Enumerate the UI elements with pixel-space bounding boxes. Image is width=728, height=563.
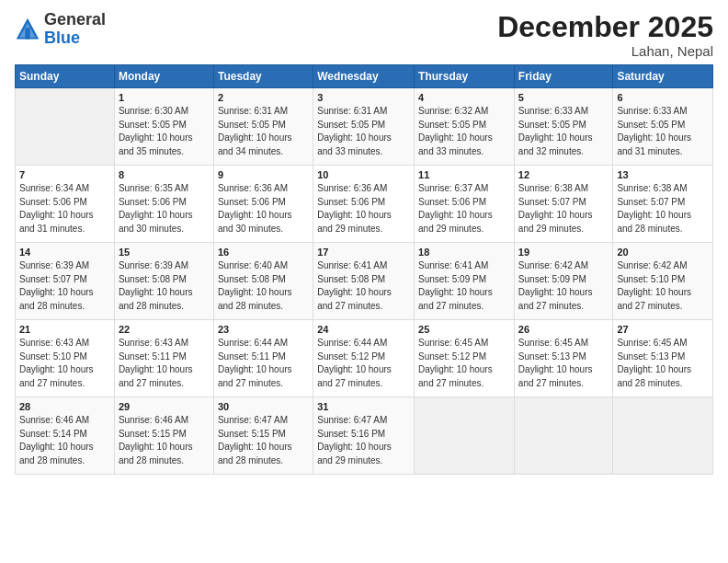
day-info: Sunrise: 6:38 AM Sunset: 5:07 PM Dayligh…: [617, 182, 709, 236]
day-info: Sunrise: 6:47 AM Sunset: 5:15 PM Dayligh…: [218, 414, 309, 467]
day-number: 7: [19, 169, 110, 180]
table-cell: 1Sunrise: 6:30 AM Sunset: 5:05 PM Daylig…: [114, 88, 213, 166]
day-info: Sunrise: 6:39 AM Sunset: 5:07 PM Dayligh…: [19, 259, 110, 313]
day-info: Sunrise: 6:45 AM Sunset: 5:13 PM Dayligh…: [518, 337, 609, 390]
day-number: 20: [617, 247, 709, 258]
day-number: 21: [19, 324, 110, 335]
day-info: Sunrise: 6:47 AM Sunset: 5:16 PM Dayligh…: [317, 414, 410, 467]
day-info: Sunrise: 6:38 AM Sunset: 5:07 PM Dayligh…: [518, 182, 609, 236]
day-number: 14: [19, 247, 110, 258]
day-number: 5: [518, 92, 609, 103]
table-cell: [514, 397, 613, 475]
table-cell: 28Sunrise: 6:46 AM Sunset: 5:14 PM Dayli…: [16, 397, 115, 475]
day-number: 17: [317, 247, 410, 258]
table-cell: 29Sunrise: 6:46 AM Sunset: 5:15 PM Dayli…: [114, 397, 213, 475]
day-number: 25: [418, 324, 510, 335]
day-number: 22: [119, 324, 210, 335]
table-cell: 30Sunrise: 6:47 AM Sunset: 5:15 PM Dayli…: [213, 397, 313, 475]
table-cell: [16, 88, 115, 166]
calendar-table: Sunday Monday Tuesday Wednesday Thursday…: [15, 64, 713, 475]
table-cell: 19Sunrise: 6:42 AM Sunset: 5:09 PM Dayli…: [514, 243, 613, 320]
table-cell: 3Sunrise: 6:31 AM Sunset: 5:05 PM Daylig…: [313, 88, 415, 166]
col-sunday: Sunday: [16, 65, 115, 88]
table-cell: 9Sunrise: 6:36 AM Sunset: 5:06 PM Daylig…: [213, 166, 313, 243]
calendar-header-row: Sunday Monday Tuesday Wednesday Thursday…: [16, 65, 713, 88]
day-number: 31: [317, 401, 410, 412]
title-block: December 2025 Lahan, Nepal: [497, 11, 713, 59]
day-number: 24: [317, 324, 410, 335]
col-saturday: Saturday: [613, 65, 713, 88]
day-info: Sunrise: 6:41 AM Sunset: 5:09 PM Dayligh…: [418, 259, 510, 313]
col-wednesday: Wednesday: [313, 65, 415, 88]
day-number: 18: [418, 247, 510, 258]
day-number: 19: [518, 247, 609, 258]
day-number: 15: [119, 247, 210, 258]
table-cell: 7Sunrise: 6:34 AM Sunset: 5:06 PM Daylig…: [16, 166, 115, 243]
day-info: Sunrise: 6:36 AM Sunset: 5:06 PM Dayligh…: [218, 182, 309, 236]
day-info: Sunrise: 6:44 AM Sunset: 5:12 PM Dayligh…: [317, 337, 410, 390]
table-cell: 20Sunrise: 6:42 AM Sunset: 5:10 PM Dayli…: [613, 243, 713, 320]
day-info: Sunrise: 6:39 AM Sunset: 5:08 PM Dayligh…: [119, 259, 210, 313]
day-number: 16: [218, 247, 309, 258]
day-info: Sunrise: 6:46 AM Sunset: 5:15 PM Dayligh…: [119, 414, 210, 467]
table-cell: 13Sunrise: 6:38 AM Sunset: 5:07 PM Dayli…: [613, 166, 713, 243]
table-cell: 16Sunrise: 6:40 AM Sunset: 5:08 PM Dayli…: [213, 243, 313, 320]
day-info: Sunrise: 6:35 AM Sunset: 5:06 PM Dayligh…: [119, 182, 210, 236]
calendar-week-3: 14Sunrise: 6:39 AM Sunset: 5:07 PM Dayli…: [16, 243, 713, 320]
day-number: 10: [317, 169, 410, 180]
calendar-week-4: 21Sunrise: 6:43 AM Sunset: 5:10 PM Dayli…: [16, 320, 713, 397]
day-info: Sunrise: 6:36 AM Sunset: 5:06 PM Dayligh…: [317, 182, 410, 236]
table-cell: 15Sunrise: 6:39 AM Sunset: 5:08 PM Dayli…: [114, 243, 213, 320]
day-info: Sunrise: 6:42 AM Sunset: 5:10 PM Dayligh…: [617, 259, 709, 313]
day-number: 6: [617, 92, 709, 103]
logo-general: General: [44, 10, 106, 29]
table-cell: 11Sunrise: 6:37 AM Sunset: 5:06 PM Dayli…: [415, 166, 515, 243]
day-number: 9: [218, 169, 309, 180]
table-cell: 12Sunrise: 6:38 AM Sunset: 5:07 PM Dayli…: [514, 166, 613, 243]
table-cell: 6Sunrise: 6:33 AM Sunset: 5:05 PM Daylig…: [613, 88, 713, 166]
day-number: 1: [119, 92, 210, 103]
table-cell: 23Sunrise: 6:44 AM Sunset: 5:11 PM Dayli…: [213, 320, 313, 397]
col-friday: Friday: [514, 65, 613, 88]
table-cell: 18Sunrise: 6:41 AM Sunset: 5:09 PM Dayli…: [415, 243, 515, 320]
page-container: General Blue December 2025 Lahan, Nepal …: [0, 0, 728, 563]
svg-rect-2: [25, 28, 29, 39]
table-cell: 25Sunrise: 6:45 AM Sunset: 5:12 PM Dayli…: [415, 320, 515, 397]
day-info: Sunrise: 6:44 AM Sunset: 5:11 PM Dayligh…: [218, 337, 309, 390]
day-info: Sunrise: 6:31 AM Sunset: 5:05 PM Dayligh…: [317, 105, 410, 158]
day-number: 2: [218, 92, 309, 103]
day-number: 11: [418, 169, 510, 180]
day-number: 26: [518, 324, 609, 335]
logo-icon: [15, 17, 40, 42]
day-number: 13: [617, 169, 709, 180]
day-number: 23: [218, 324, 309, 335]
calendar-week-2: 7Sunrise: 6:34 AM Sunset: 5:06 PM Daylig…: [16, 166, 713, 243]
day-info: Sunrise: 6:41 AM Sunset: 5:08 PM Dayligh…: [317, 259, 410, 313]
day-info: Sunrise: 6:45 AM Sunset: 5:13 PM Dayligh…: [617, 337, 709, 390]
col-monday: Monday: [114, 65, 213, 88]
day-number: 29: [119, 401, 210, 412]
day-info: Sunrise: 6:33 AM Sunset: 5:05 PM Dayligh…: [518, 105, 609, 158]
table-cell: 26Sunrise: 6:45 AM Sunset: 5:13 PM Dayli…: [514, 320, 613, 397]
day-info: Sunrise: 6:37 AM Sunset: 5:06 PM Dayligh…: [418, 182, 510, 236]
table-cell: 8Sunrise: 6:35 AM Sunset: 5:06 PM Daylig…: [114, 166, 213, 243]
header: General Blue December 2025 Lahan, Nepal: [15, 11, 713, 59]
day-info: Sunrise: 6:30 AM Sunset: 5:05 PM Dayligh…: [119, 105, 210, 158]
day-number: 4: [418, 92, 510, 103]
location: Lahan, Nepal: [497, 43, 713, 59]
table-cell: [415, 397, 515, 475]
table-cell: 5Sunrise: 6:33 AM Sunset: 5:05 PM Daylig…: [514, 88, 613, 166]
day-number: 30: [218, 401, 309, 412]
table-cell: 22Sunrise: 6:43 AM Sunset: 5:11 PM Dayli…: [114, 320, 213, 397]
day-number: 12: [518, 169, 609, 180]
table-cell: 4Sunrise: 6:32 AM Sunset: 5:05 PM Daylig…: [415, 88, 515, 166]
table-cell: 27Sunrise: 6:45 AM Sunset: 5:13 PM Dayli…: [613, 320, 713, 397]
calendar-week-1: 1Sunrise: 6:30 AM Sunset: 5:05 PM Daylig…: [16, 88, 713, 166]
table-cell: 21Sunrise: 6:43 AM Sunset: 5:10 PM Dayli…: [16, 320, 115, 397]
day-info: Sunrise: 6:46 AM Sunset: 5:14 PM Dayligh…: [19, 414, 110, 467]
month-year: December 2025: [497, 11, 713, 43]
col-tuesday: Tuesday: [213, 65, 313, 88]
table-cell: 24Sunrise: 6:44 AM Sunset: 5:12 PM Dayli…: [313, 320, 415, 397]
day-info: Sunrise: 6:43 AM Sunset: 5:11 PM Dayligh…: [119, 337, 210, 390]
day-info: Sunrise: 6:32 AM Sunset: 5:05 PM Dayligh…: [418, 105, 510, 158]
